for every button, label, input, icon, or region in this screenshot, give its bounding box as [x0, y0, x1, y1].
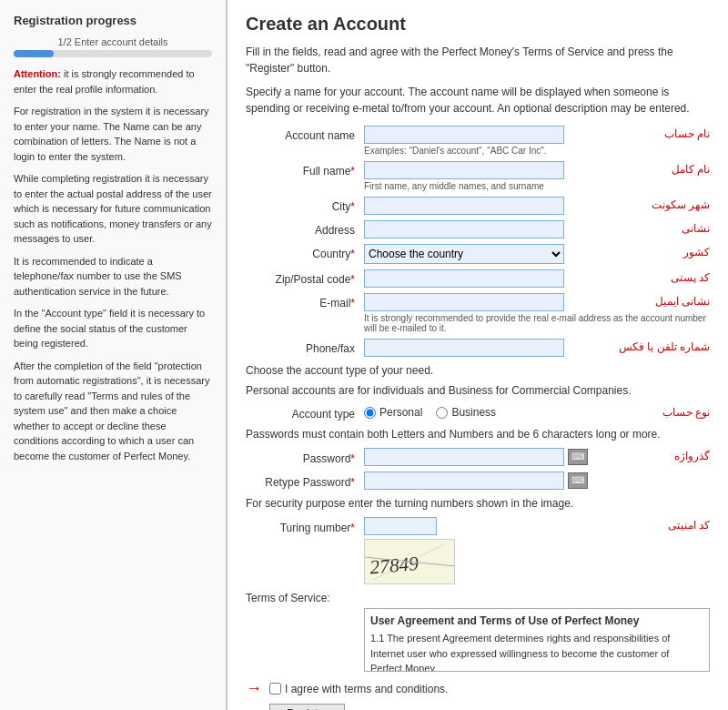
- account-type-radio-group: Personal Business: [364, 406, 710, 419]
- register-button[interactable]: Register: [269, 704, 345, 710]
- address-label: Address: [246, 220, 364, 237]
- page-title: Create an Account: [246, 14, 710, 35]
- turing-label: Turing number*: [246, 518, 364, 534]
- account-name-label: Account name: [246, 126, 364, 142]
- progress-step: 1/2 Enter account details: [14, 36, 212, 57]
- agree-checkbox[interactable]: [269, 683, 281, 695]
- tos-box[interactable]: User Agreement and Terms of Use of Perfe…: [364, 608, 710, 672]
- email-fa-label: نشانی ایمیل: [655, 295, 710, 308]
- business-label: Business: [451, 406, 496, 419]
- sidebar-para-5: In the "Account type" field it is necess…: [14, 306, 212, 351]
- password-row: Password* گذرواژه: [246, 448, 710, 466]
- full-name-input[interactable]: [364, 161, 564, 179]
- account-name-fa-label: نام حساب: [664, 127, 710, 140]
- password-fa-label: گذرواژه: [674, 450, 710, 462]
- arrow-icon-register: →: [246, 705, 262, 711]
- sidebar-para-4: It is recommended to indicate a telephon…: [14, 254, 212, 299]
- turing-row: Turing number* کد امنیتی: [246, 517, 710, 535]
- country-select[interactable]: Choose the country: [364, 244, 564, 264]
- progress-bar-inner: [14, 50, 54, 57]
- tos-title: User Agreement and Terms of Use of Perfe…: [370, 614, 703, 627]
- retype-password-wrap: [364, 472, 710, 490]
- sidebar-para-2: For registration in the system it is nec…: [14, 104, 212, 164]
- email-label: E-mail*: [246, 293, 364, 309]
- tos-label: Terms of Service:: [246, 592, 710, 604]
- agree-row: → I agree with terms and conditions.: [246, 679, 710, 698]
- turing-wrap: [364, 517, 710, 535]
- full-name-hint: First name, any middle names, and surnam…: [364, 181, 710, 191]
- city-input[interactable]: [364, 197, 564, 215]
- zip-wrap: [364, 269, 710, 288]
- password-input[interactable]: [364, 448, 564, 466]
- account-type-label: Account type: [246, 404, 364, 421]
- account-name-hint: Examples: "Daniel's account", "ABC Car I…: [364, 146, 710, 156]
- account-name-row: Account name Examples: "Daniel's account…: [246, 126, 710, 156]
- zip-row: Zip/Postal code* کد پستی: [246, 269, 710, 288]
- attention-label: Attention:: [14, 68, 61, 79]
- account-type-row: Account type Personal Business نوع حساب: [246, 404, 710, 421]
- email-hint: It is strongly recommended to provide th…: [364, 313, 710, 333]
- keyboard-icon[interactable]: [568, 449, 588, 465]
- country-wrap: Choose the country: [364, 244, 710, 264]
- personal-radio[interactable]: [364, 407, 376, 419]
- arrow-icon-agree: →: [246, 679, 262, 698]
- phone-fa-label: شماره تلفن یا فکس: [619, 340, 710, 353]
- email-input[interactable]: [364, 293, 564, 311]
- password-label: Password*: [246, 449, 364, 465]
- full-name-fa-label: نام کامل: [672, 163, 710, 176]
- sidebar-para-1: Attention: it is strongly recommended to…: [14, 66, 212, 96]
- address-fa-label: نشانی: [682, 222, 710, 235]
- progress-bar-outer: [14, 50, 212, 57]
- svg-text:27849: 27849: [369, 553, 420, 579]
- captcha-svg: 27849: [365, 539, 454, 584]
- retype-password-row: Retype Password*: [246, 472, 710, 490]
- zip-label: Zip/Postal code*: [246, 269, 364, 286]
- account-type-text1: Choose the account type of your need.: [246, 364, 710, 377]
- zip-fa-label: کد پستی: [671, 271, 710, 284]
- personal-label: Personal: [379, 406, 422, 419]
- captcha-image: 27849: [364, 539, 455, 584]
- account-type-fa-label: نوع حساب: [662, 406, 710, 419]
- sidebar-para-3: While completing registration it is nece…: [14, 171, 212, 247]
- full-name-row: Full name* First name, any middle names,…: [246, 161, 710, 191]
- password-hint-text: Passwords must contain both Letters and …: [246, 428, 710, 441]
- country-fa-label: کشور: [683, 246, 710, 259]
- city-fa-label: شهر سکونت: [652, 198, 710, 211]
- account-type-text2: Personal accounts are for individuals an…: [246, 384, 710, 397]
- full-name-wrap: First name, any middle names, and surnam…: [364, 161, 710, 191]
- business-radio-label[interactable]: Business: [436, 406, 496, 419]
- password-wrap: [364, 448, 710, 466]
- address-row: Address نشانی: [246, 220, 710, 238]
- account-name-input[interactable]: [364, 126, 564, 144]
- address-wrap: [364, 220, 710, 238]
- zip-input[interactable]: [364, 269, 564, 288]
- turing-section-text: For security purpose enter the turning n…: [246, 497, 710, 510]
- intro-text-2: Specify a name for your account. The acc…: [246, 84, 710, 117]
- register-row: → Register: [246, 704, 710, 710]
- phone-row: Phone/fax شماره تلفن یا فکس: [246, 339, 710, 357]
- personal-radio-label[interactable]: Personal: [364, 406, 422, 419]
- sidebar-para-6: After the completion of the field "prote…: [14, 359, 212, 464]
- city-row: City* شهر سکونت: [246, 197, 710, 215]
- intro-text-1: Fill in the fields, read and agree with …: [246, 44, 710, 76]
- address-input[interactable]: [364, 220, 564, 238]
- business-radio[interactable]: [436, 407, 448, 419]
- city-label: City*: [246, 197, 364, 213]
- tos-text: 1.1 The present Agreement determines rig…: [370, 631, 703, 672]
- country-row: Country* Choose the country کشور: [246, 244, 710, 264]
- registration-form: Account name Examples: "Daniel's account…: [246, 126, 710, 710]
- phone-input[interactable]: [364, 339, 564, 357]
- turing-fa-label: کد امنیتی: [668, 519, 710, 532]
- sidebar-title: Registration progress: [14, 14, 212, 27]
- agree-label[interactable]: I agree with terms and conditions.: [285, 683, 448, 695]
- full-name-label: Full name*: [246, 161, 364, 178]
- account-name-wrap: Examples: "Daniel's account", "ABC Car I…: [364, 126, 710, 156]
- email-row: E-mail* It is strongly recommended to pr…: [246, 293, 710, 333]
- retype-password-label: Retype Password*: [246, 472, 364, 489]
- phone-label: Phone/fax: [246, 339, 364, 355]
- keyboard-icon-2[interactable]: [568, 472, 588, 489]
- country-label: Country*: [246, 244, 364, 260]
- account-type-wrap: Personal Business: [364, 406, 710, 419]
- retype-password-input[interactable]: [364, 472, 564, 490]
- turing-input[interactable]: [364, 517, 437, 535]
